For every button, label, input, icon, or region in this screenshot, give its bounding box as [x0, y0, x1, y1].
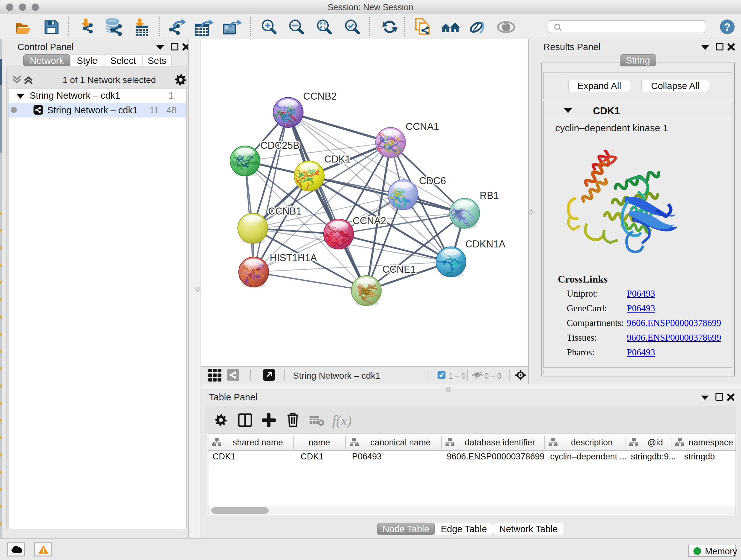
svg-text:RB1: RB1 — [480, 190, 499, 201]
svg-text:CDK1: CDK1 — [324, 153, 351, 165]
svg-text:CCNE1: CCNE1 — [382, 264, 416, 275]
svg-text:HIST1H1A: HIST1H1A — [270, 252, 317, 263]
svg-text:CDC25B: CDC25B — [260, 140, 299, 151]
svg-text:CCNB2: CCNB2 — [303, 91, 337, 102]
svg-text:CDKN1A: CDKN1A — [465, 239, 506, 250]
svg-text:CCNB1: CCNB1 — [268, 206, 301, 217]
svg-text:CDC6: CDC6 — [419, 175, 446, 186]
svg-text:CCNA2: CCNA2 — [353, 215, 386, 226]
svg-text:CCNA1: CCNA1 — [406, 121, 439, 132]
